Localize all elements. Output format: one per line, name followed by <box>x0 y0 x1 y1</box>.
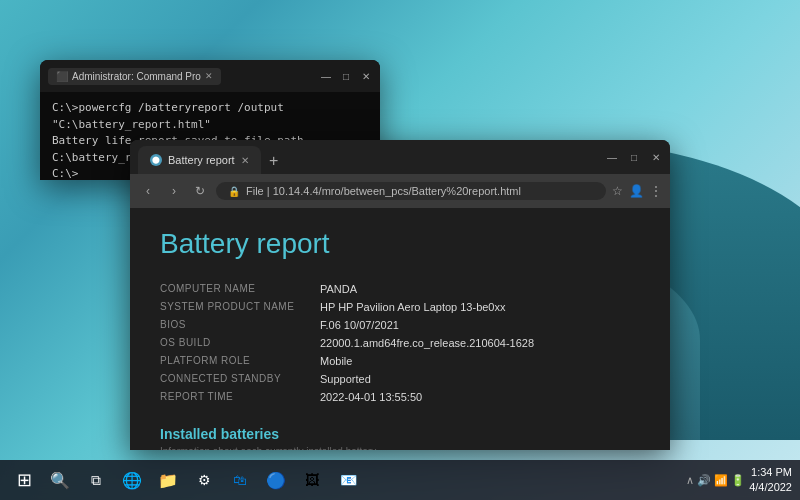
new-tab-button[interactable]: + <box>261 148 287 174</box>
profile-icon[interactable]: 👤 <box>629 184 644 198</box>
info-value: 2022-04-01 13:55:50 <box>320 388 640 406</box>
back-button[interactable]: ‹ <box>138 181 158 201</box>
browser-close-btn[interactable]: ✕ <box>650 151 662 163</box>
info-table-row: SYSTEM PRODUCT NAMEHP HP Pavilion Aero L… <box>160 298 640 316</box>
info-table-row: COMPUTER NAMEPANDA <box>160 280 640 298</box>
browser-win-controls: — □ ✕ <box>598 151 662 163</box>
browser-minimize-btn[interactable]: — <box>606 151 618 163</box>
info-value: 22000.1.amd64fre.co_release.210604-1628 <box>320 334 640 352</box>
cmd-tab-close-btn[interactable]: ✕ <box>205 71 213 81</box>
tab-favicon-dot: ⬤ <box>152 156 160 164</box>
cmd-close-btn[interactable]: ✕ <box>360 70 372 82</box>
browser-addressbar: ‹ › ↻ 🔒 File | 10.14.4.4/mro/between_pcs… <box>130 174 670 208</box>
chrome-icon[interactable]: 🔵 <box>260 464 292 496</box>
info-table-row: CONNECTED STANDBYSupported <box>160 370 640 388</box>
cmd-line-1: C:\>powercfg /batteryreport /output "C:\… <box>52 100 368 133</box>
address-text: File | 10.14.4.4/mro/between_pcs/Battery… <box>246 185 521 197</box>
cmd-tab-active[interactable]: ⬛ Administrator: Command Pro ✕ <box>48 68 221 85</box>
info-label: OS BUILD <box>160 334 320 352</box>
cmd-icon: ⬛ <box>56 71 68 82</box>
taskbar-date: 4/4/2022 <box>749 480 792 495</box>
photos-icon[interactable]: 🖼 <box>296 464 328 496</box>
extensions-icon[interactable]: ⋮ <box>650 184 662 198</box>
taskbar-right: ∧ 🔊 📶 🔋 1:34 PM 4/4/2022 <box>686 465 800 496</box>
tab-favicon: ⬤ <box>150 154 162 166</box>
taskbar: ⊞ 🔍 ⧉ 🌐 📁 ⚙ 🛍 🔵 🖼 📧 ∧ 🔊 📶 🔋 1:34 PM 4/4/… <box>0 460 800 500</box>
cmd-win-controls: — □ ✕ <box>320 70 372 82</box>
taskview-button[interactable]: ⧉ <box>80 464 112 496</box>
battery-report-title: Battery report <box>160 228 640 260</box>
cmd-tabs: ⬛ Administrator: Command Pro ✕ <box>48 68 320 85</box>
address-bar-icons: ☆ 👤 ⋮ <box>612 184 662 198</box>
mail-icon[interactable]: 📧 <box>332 464 364 496</box>
info-value: Mobile <box>320 352 640 370</box>
info-table-row: PLATFORM ROLEMobile <box>160 352 640 370</box>
info-label: BIOS <box>160 316 320 334</box>
settings-icon[interactable]: ⚙ <box>188 464 220 496</box>
cmd-tab-label: Administrator: Command Pro <box>72 71 201 82</box>
info-value: Supported <box>320 370 640 388</box>
info-table-row: REPORT TIME2022-04-01 13:55:50 <box>160 388 640 406</box>
browser-maximize-btn[interactable]: □ <box>628 151 640 163</box>
browser-tab-close-btn[interactable]: ✕ <box>241 155 249 166</box>
info-value: HP HP Pavilion Aero Laptop 13-be0xx <box>320 298 640 316</box>
info-label: SYSTEM PRODUCT NAME <box>160 298 320 316</box>
info-table-row: OS BUILD22000.1.amd64fre.co_release.2106… <box>160 334 640 352</box>
info-table-row: BIOSF.06 10/07/2021 <box>160 316 640 334</box>
installed-batteries-subtitle: Information about each currently install… <box>160 446 640 450</box>
info-value: PANDA <box>320 280 640 298</box>
refresh-button[interactable]: ↻ <box>190 181 210 201</box>
browser-tabs: ⬤ Battery report ✕ + <box>138 140 598 174</box>
taskbar-time: 1:34 PM <box>749 465 792 480</box>
cmd-maximize-btn[interactable]: □ <box>340 70 352 82</box>
browser-tab-active[interactable]: ⬤ Battery report ✕ <box>138 146 261 174</box>
cmd-minimize-btn[interactable]: — <box>320 70 332 82</box>
cmd-titlebar: ⬛ Administrator: Command Pro ✕ — □ ✕ <box>40 60 380 92</box>
search-button[interactable]: 🔍 <box>44 464 76 496</box>
start-button[interactable]: ⊞ <box>8 464 40 496</box>
browser-titlebar: ⬤ Battery report ✕ + — □ ✕ <box>130 140 670 174</box>
installed-batteries-heading: Installed batteries <box>160 426 640 442</box>
edge-icon[interactable]: 🌐 <box>116 464 148 496</box>
forward-button[interactable]: › <box>164 181 184 201</box>
info-value: F.06 10/07/2021 <box>320 316 640 334</box>
store-icon[interactable]: 🛍 <box>224 464 256 496</box>
browser-window: ⬤ Battery report ✕ + — □ ✕ ‹ › ↻ 🔒 File … <box>130 140 670 450</box>
info-label: CONNECTED STANDBY <box>160 370 320 388</box>
address-lock-icon: 🔒 <box>228 186 240 197</box>
info-label: COMPUTER NAME <box>160 280 320 298</box>
file-explorer-icon[interactable]: 📁 <box>152 464 184 496</box>
browser-content[interactable]: Battery report COMPUTER NAMEPANDASYSTEM … <box>130 208 670 450</box>
info-table: COMPUTER NAMEPANDASYSTEM PRODUCT NAMEHP … <box>160 280 640 406</box>
system-tray-icons: ∧ 🔊 📶 🔋 <box>686 474 745 487</box>
address-bar[interactable]: 🔒 File | 10.14.4.4/mro/between_pcs/Batte… <box>216 182 606 200</box>
browser-tab-label: Battery report <box>168 154 235 166</box>
info-label: REPORT TIME <box>160 388 320 406</box>
taskbar-left: ⊞ 🔍 ⧉ 🌐 📁 ⚙ 🛍 🔵 🖼 📧 <box>0 464 364 496</box>
taskbar-clock[interactable]: 1:34 PM 4/4/2022 <box>749 465 792 496</box>
bookmark-icon[interactable]: ☆ <box>612 184 623 198</box>
info-label: PLATFORM ROLE <box>160 352 320 370</box>
